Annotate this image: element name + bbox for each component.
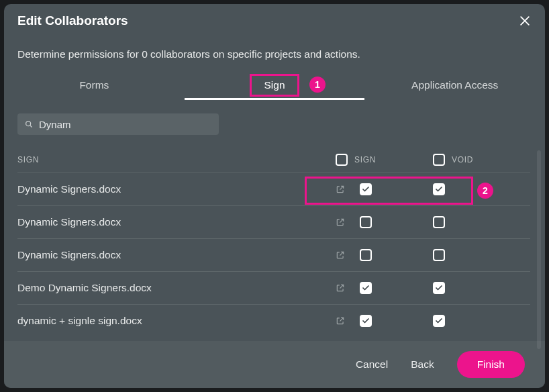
open-external-icon[interactable] — [336, 316, 345, 326]
tab-application-access[interactable]: Application Access — [364, 71, 545, 100]
modal-footer: Cancel Back Finish — [4, 341, 545, 388]
sign-checkbox[interactable] — [360, 282, 372, 294]
modal-header: Edit Collaborators — [4, 4, 545, 34]
file-name: Dynamic Signers.docx — [17, 249, 121, 261]
search-input[interactable] — [17, 113, 219, 135]
svg-line-3 — [30, 126, 32, 128]
document-rows: Dynamic Signers.docxDynamic Signers.docx… — [17, 173, 530, 341]
modal-description: Determine permissions for 0 collaborator… — [4, 34, 545, 71]
open-external-icon[interactable] — [336, 217, 345, 227]
tabs: Forms Sign Application Access — [4, 71, 545, 100]
void-checkbox[interactable] — [433, 183, 445, 195]
tutorial-marker-1: 1 — [309, 77, 326, 93]
select-all-sign-checkbox[interactable] — [336, 154, 348, 166]
modal-body: SIGN SIGN VOID Dynamic Signers.docxDynam… — [4, 100, 545, 341]
column-header-void: VOID — [452, 155, 473, 164]
void-checkbox[interactable] — [433, 282, 445, 294]
tab-label: Application Access — [411, 79, 498, 91]
void-checkbox[interactable] — [433, 315, 445, 327]
select-all-void-checkbox[interactable] — [433, 154, 445, 166]
tutorial-marker-2: 2 — [477, 183, 493, 199]
open-external-icon[interactable] — [336, 283, 345, 293]
search-wrapper — [17, 113, 219, 135]
sign-checkbox[interactable] — [360, 249, 372, 261]
tab-sign[interactable]: Sign — [185, 71, 365, 100]
void-checkbox[interactable] — [433, 216, 445, 228]
file-name: Dynamic Signers.docx — [17, 183, 121, 195]
table-row: Dynamic Signers.docx — [17, 173, 530, 205]
tab-label: Sign — [264, 79, 285, 91]
back-button[interactable]: Back — [411, 358, 434, 371]
open-external-icon[interactable] — [336, 185, 345, 194]
sign-checkbox[interactable] — [360, 216, 372, 228]
edit-collaborators-modal: Edit Collaborators Determine permissions… — [4, 4, 545, 388]
table-row: Demo Dynamic Signers.docx — [17, 271, 530, 304]
open-external-icon[interactable] — [336, 250, 345, 260]
column-header-name: SIGN — [17, 155, 336, 164]
table-row: Dynamic Signers.docx — [17, 238, 530, 271]
table-row: dynamic + signle sign.docx — [17, 304, 530, 337]
cancel-button[interactable]: Cancel — [356, 358, 388, 371]
table-header: SIGN SIGN VOID — [17, 154, 530, 166]
finish-button[interactable]: Finish — [457, 351, 525, 378]
sign-checkbox[interactable] — [360, 183, 372, 195]
tab-forms[interactable]: Forms — [4, 71, 185, 100]
svg-point-2 — [26, 121, 31, 126]
column-header-sign: SIGN — [354, 155, 376, 164]
file-name: dynamic + signle sign.docx — [17, 315, 142, 327]
void-checkbox[interactable] — [433, 249, 445, 261]
search-icon — [24, 119, 34, 129]
modal-title: Edit Collaborators — [17, 13, 128, 28]
sign-checkbox[interactable] — [360, 315, 372, 327]
tab-label: Forms — [79, 79, 109, 91]
file-name: Dynamic Signers.docx — [17, 216, 121, 228]
file-name: Demo Dynamic Signers.docx — [17, 282, 152, 294]
scrollbar[interactable] — [537, 150, 541, 349]
close-icon[interactable] — [518, 14, 532, 28]
table-row: Dynamic Signers.docx — [17, 205, 530, 238]
